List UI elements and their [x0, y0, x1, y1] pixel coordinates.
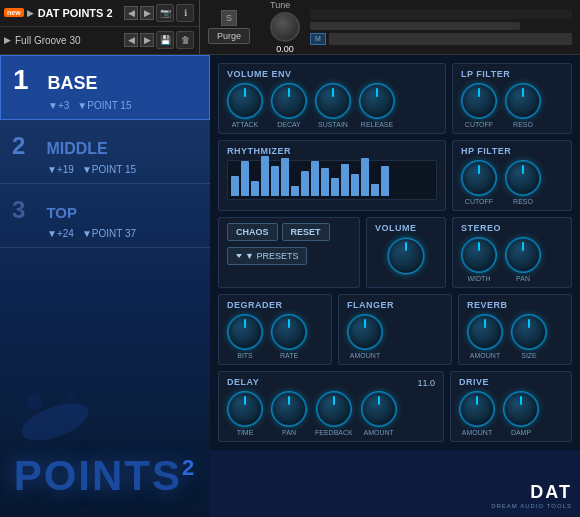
- rhythmizer-bar[interactable]: [341, 164, 349, 196]
- rhythmizer-bar[interactable]: [291, 186, 299, 196]
- stereo-pan-label: PAN: [516, 275, 530, 282]
- svg-point-1: [27, 394, 43, 410]
- tune-label: Tune: [270, 0, 300, 10]
- rhythmizer-bar[interactable]: [261, 156, 269, 196]
- layer-1[interactable]: 1 BASE ▼+3 ▼POINT 15: [0, 55, 210, 120]
- layer-3-number: 3: [12, 196, 42, 224]
- lp-reso-knob[interactable]: [505, 83, 541, 119]
- bits-knob-group: BITS: [227, 314, 263, 359]
- rhythmizer-bar[interactable]: [331, 178, 339, 196]
- layer-3-tag2: ▼POINT 37: [82, 228, 136, 239]
- new-badge: new: [4, 8, 24, 17]
- hp-cutoff-label: CUTOFF: [465, 198, 493, 205]
- camera-btn[interactable]: 📷: [156, 4, 174, 22]
- rhythmizer-bar[interactable]: [381, 166, 389, 196]
- svg-point-2: [65, 392, 75, 402]
- drive-amount-knob[interactable]: [459, 391, 495, 427]
- triangle-icon: ▶: [27, 8, 34, 18]
- rhythmizer-bar[interactable]: [361, 158, 369, 196]
- reverb-amount-knob[interactable]: [467, 314, 503, 350]
- delay-header: DELAY 11.0: [227, 377, 435, 391]
- lp-cutoff-knob[interactable]: [461, 83, 497, 119]
- delay-time-label: TIME: [237, 429, 254, 436]
- rhythmizer-bar[interactable]: [371, 184, 379, 196]
- reverb-size-label: SIZE: [521, 352, 537, 359]
- reverb-size-knob[interactable]: [511, 314, 547, 350]
- attack-knob[interactable]: [227, 83, 263, 119]
- hp-cutoff-group: CUTOFF: [461, 160, 497, 205]
- rhythmizer-bar[interactable]: [351, 174, 359, 196]
- chaos-btn[interactable]: CHAOS: [227, 223, 278, 241]
- lp-cutoff-label: CUTOFF: [465, 121, 493, 128]
- rate-knob-group: RATE: [271, 314, 307, 359]
- layer-1-name: BASE: [47, 73, 97, 94]
- purge-btn[interactable]: Purge: [208, 28, 250, 44]
- hp-cutoff-knob[interactable]: [461, 160, 497, 196]
- rhythmizer-bar[interactable]: [271, 166, 279, 196]
- rhythmizer-bar[interactable]: [241, 161, 249, 196]
- preset-name: DAT POINTS 2: [38, 7, 123, 19]
- layer-3[interactable]: 3 TOP ▼+24 ▼POINT 37: [0, 188, 210, 248]
- delay-amount-knob[interactable]: [361, 391, 397, 427]
- release-label: RELEASE: [361, 121, 393, 128]
- reset-btn[interactable]: RESET: [282, 223, 330, 241]
- decay-knob[interactable]: [271, 83, 307, 119]
- row-2: RHYTHMIZER HP FILTER CUTOFF RESO: [218, 140, 572, 211]
- rhythmizer-bar[interactable]: [321, 168, 329, 196]
- release-knob[interactable]: [359, 83, 395, 119]
- decay-knob-group: DECAY: [271, 83, 307, 128]
- delay-pan-knob[interactable]: [271, 391, 307, 427]
- layer-2-name: MIDDLE: [46, 140, 107, 158]
- presets-btn[interactable]: ▼ PRESETS: [227, 247, 307, 265]
- info-btn[interactable]: ℹ: [176, 4, 194, 22]
- prev-preset-btn[interactable]: ◀: [124, 6, 138, 20]
- save-btn[interactable]: 💾: [156, 31, 174, 49]
- rhythmizer-bar[interactable]: [251, 181, 259, 196]
- drive-knobs: AMOUNT DAMP: [459, 391, 563, 436]
- delay-pan-group: PAN: [271, 391, 307, 436]
- left-panel: 1 BASE ▼+3 ▼POINT 15 2 MIDDLE ▼+19 ▼POIN…: [0, 55, 210, 517]
- stereo-section: STEREO WIDTH PAN: [452, 217, 572, 288]
- tune-knob[interactable]: [270, 12, 300, 42]
- stereo-pan-knob[interactable]: [505, 237, 541, 273]
- vol-env-label: VOLUME ENV: [227, 69, 437, 79]
- layer-2-tag1: ▼+19: [47, 164, 74, 175]
- rhythmizer-bar[interactable]: [301, 171, 309, 196]
- midi-slider[interactable]: [329, 33, 572, 45]
- rhythmizer-bar[interactable]: [311, 161, 319, 196]
- stereo-pan-group: PAN: [505, 237, 541, 282]
- dat-logo-sub: DREAM AUDIO TOOLS: [491, 503, 572, 509]
- layer-1-tag2: ▼POINT 15: [77, 100, 131, 111]
- delay-time-knob[interactable]: [227, 391, 263, 427]
- degrader-label: DEGRADER: [227, 300, 323, 310]
- drive-damp-knob[interactable]: [503, 391, 539, 427]
- next-preset-btn[interactable]: ▶: [140, 6, 154, 20]
- layer-3-name: TOP: [46, 204, 77, 221]
- layer-1-tag1: ▼+3: [48, 100, 69, 111]
- degrader-section: DEGRADER BITS RATE: [218, 294, 332, 365]
- rhythmizer-label: RHYTHMIZER: [227, 146, 437, 156]
- points-logo: POINTS2: [10, 455, 200, 497]
- bits-knob[interactable]: [227, 314, 263, 350]
- drive-amount-group: AMOUNT: [459, 391, 495, 436]
- svg-point-3: [21, 418, 29, 426]
- rate-knob[interactable]: [271, 314, 307, 350]
- lp-filter-section: LP FILTER CUTOFF RESO: [452, 63, 572, 134]
- delete-btn[interactable]: 🗑: [176, 31, 194, 49]
- prev-groove-btn[interactable]: ◀: [124, 33, 138, 47]
- stereo-width-knob[interactable]: [461, 237, 497, 273]
- hp-reso-knob[interactable]: [505, 160, 541, 196]
- midi-m-btn[interactable]: M: [310, 33, 326, 45]
- next-groove-btn[interactable]: ▶: [140, 33, 154, 47]
- flanger-amount-knob[interactable]: [347, 314, 383, 350]
- volume-knob[interactable]: [387, 237, 425, 275]
- sustain-knob[interactable]: [315, 83, 351, 119]
- volume-section: VOLUME: [366, 217, 446, 288]
- volume-knob-group: [375, 237, 437, 275]
- layer-2-tag2: ▼POINT 15: [82, 164, 136, 175]
- rhythmizer-bar[interactable]: [281, 158, 289, 196]
- rhythmizer-bar[interactable]: [231, 176, 239, 196]
- delay-feedback-knob[interactable]: [316, 391, 352, 427]
- delay-amount-label: AMOUNT: [364, 429, 394, 436]
- layer-2[interactable]: 2 MIDDLE ▼+19 ▼POINT 15: [0, 124, 210, 184]
